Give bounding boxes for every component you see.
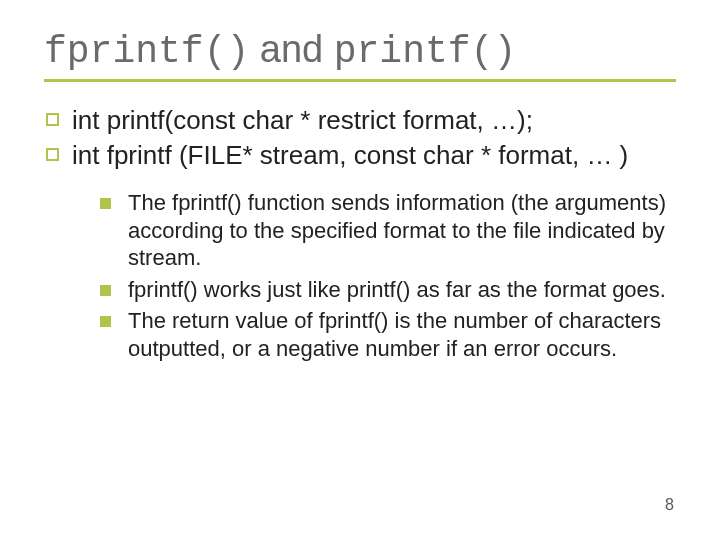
list-item: The return value of fprintf() is the num… <box>100 307 676 362</box>
bullet-text: fprintf() works just like printf() as fa… <box>128 277 666 302</box>
list-item: int fprintf (FILE* stream, const char * … <box>44 139 676 172</box>
list-item: The fprintf() function sends information… <box>100 189 676 272</box>
title-mid: and <box>249 28 334 70</box>
bullet-text: The fprintf() function sends information… <box>128 190 666 270</box>
bullet-text: int printf(const char * restrict format,… <box>72 105 533 135</box>
bullet-text: The return value of fprintf() is the num… <box>128 308 661 361</box>
title-underline <box>44 79 676 82</box>
top-bullet-list: int printf(const char * restrict format,… <box>44 104 676 171</box>
bullet-text: int fprintf (FILE* stream, const char * … <box>72 140 628 170</box>
slide-title: fprintf() and printf() <box>44 28 676 73</box>
page-number: 8 <box>665 496 674 514</box>
sub-bullet-list: The fprintf() function sends information… <box>44 189 676 362</box>
list-item: int printf(const char * restrict format,… <box>44 104 676 137</box>
title-code-1: fprintf() <box>44 30 249 73</box>
list-item: fprintf() works just like printf() as fa… <box>100 276 676 304</box>
title-code-2: printf() <box>334 30 516 73</box>
slide: fprintf() and printf() int printf(const … <box>0 0 720 540</box>
